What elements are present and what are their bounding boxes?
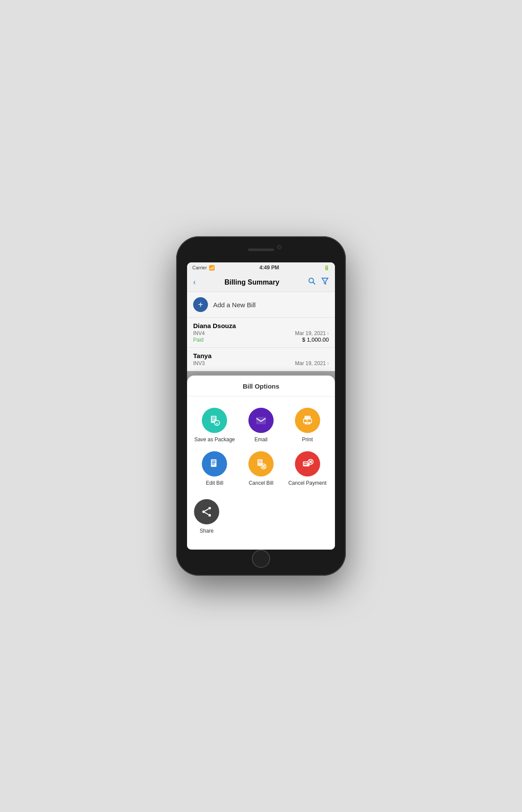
cancel-bill-label: Cancel Bill bbox=[249, 480, 274, 486]
edit-bill-button[interactable]: Edit Bill bbox=[191, 447, 238, 490]
nav-bar: ‹ Billing Summary bbox=[187, 273, 335, 292]
add-bill-label: Add a New Bill bbox=[213, 301, 256, 309]
battery-icon: 🔋 bbox=[324, 265, 330, 271]
print-label: Print bbox=[302, 436, 313, 443]
phone-home-button[interactable] bbox=[252, 550, 270, 568]
phone-camera bbox=[277, 245, 281, 249]
svg-marker-2 bbox=[322, 278, 328, 284]
status-carrier: Carrier 📶 bbox=[192, 265, 215, 271]
svg-rect-4 bbox=[212, 417, 215, 418]
bill-options-modal: Bill Options + Save as Pack bbox=[187, 376, 335, 550]
print-button[interactable]: Print bbox=[284, 403, 331, 447]
add-bill-icon: + bbox=[193, 297, 208, 312]
email-label: Email bbox=[254, 436, 268, 443]
modal-options-grid: + Save as Package Email bbox=[187, 396, 335, 495]
cancel-bill-button[interactable]: Cancel Bill bbox=[238, 447, 284, 490]
cancel-bill-icon-circle bbox=[248, 451, 274, 476]
svg-rect-15 bbox=[211, 460, 217, 467]
share-icon-circle bbox=[194, 499, 219, 524]
phone-frame: Carrier 📶 4:49 PM 🔋 ‹ Billing Summary bbox=[176, 236, 346, 576]
share-button[interactable]: Share bbox=[191, 495, 222, 538]
share-row: Share bbox=[187, 495, 335, 541]
svg-point-31 bbox=[208, 507, 211, 510]
svg-rect-13 bbox=[306, 423, 309, 423]
back-button[interactable]: ‹ bbox=[193, 278, 196, 287]
save-as-package-button[interactable]: + Save as Package bbox=[191, 403, 238, 447]
phone-screen: Carrier 📶 4:49 PM 🔋 ‹ Billing Summary bbox=[187, 262, 335, 550]
svg-text:+: + bbox=[216, 422, 218, 426]
nav-icons bbox=[308, 277, 329, 287]
svg-rect-20 bbox=[258, 460, 261, 461]
chevron-icon: › bbox=[327, 330, 329, 336]
status-battery: 🔋 bbox=[324, 265, 330, 271]
bill-date: Mar 19, 2021 › bbox=[295, 360, 329, 366]
phone-speaker bbox=[248, 248, 274, 251]
svg-rect-27 bbox=[304, 464, 307, 465]
bill-status: Paid bbox=[193, 337, 204, 343]
page-title: Billing Summary bbox=[224, 278, 279, 286]
bill-customer-name: Tanya bbox=[193, 352, 329, 359]
wifi-icon: 📶 bbox=[209, 265, 215, 271]
screen-content: + Add a New Bill Diana Dsouza INV4 Mar 1… bbox=[187, 292, 335, 371]
bill-item[interactable]: Tanya INV3 Mar 19, 2021 › bbox=[187, 348, 335, 371]
svg-rect-16 bbox=[212, 460, 215, 461]
bill-item[interactable]: Diana Dsouza INV4 Mar 19, 2021 › Paid $ … bbox=[187, 318, 335, 348]
cancel-payment-button[interactable]: Cancel Payment bbox=[284, 447, 331, 490]
svg-point-32 bbox=[202, 510, 205, 513]
bill-date: Mar 19, 2021 › bbox=[295, 330, 329, 336]
chevron-icon: › bbox=[327, 360, 329, 366]
svg-line-34 bbox=[205, 509, 209, 511]
svg-rect-18 bbox=[212, 463, 214, 464]
bill-invoice-number: INV4 bbox=[193, 330, 205, 336]
svg-rect-21 bbox=[258, 462, 261, 462]
svg-point-33 bbox=[208, 514, 211, 517]
svg-rect-17 bbox=[212, 462, 215, 463]
search-icon[interactable] bbox=[308, 277, 316, 287]
status-bar: Carrier 📶 4:49 PM 🔋 bbox=[187, 262, 335, 273]
bill-customer-name: Diana Dsouza bbox=[193, 322, 329, 329]
save-package-icon-circle: + bbox=[202, 408, 227, 433]
print-icon-circle bbox=[295, 408, 320, 433]
svg-point-0 bbox=[309, 278, 314, 283]
share-label: Share bbox=[200, 528, 214, 534]
bill-invoice-number: INV3 bbox=[193, 360, 205, 366]
svg-rect-6 bbox=[212, 420, 214, 421]
edit-bill-label: Edit Bill bbox=[206, 480, 223, 486]
cancel-payment-icon-circle bbox=[295, 451, 320, 476]
bill-amount: $ 1,000.00 bbox=[302, 336, 329, 343]
svg-rect-9 bbox=[256, 417, 265, 424]
svg-rect-14 bbox=[306, 420, 308, 421]
svg-line-35 bbox=[205, 513, 209, 515]
add-bill-row[interactable]: + Add a New Bill bbox=[187, 292, 335, 318]
email-button[interactable]: Email bbox=[238, 403, 284, 447]
edit-bill-icon-circle bbox=[202, 451, 227, 476]
cancel-payment-label: Cancel Payment bbox=[288, 480, 327, 486]
filter-icon[interactable] bbox=[321, 277, 329, 287]
svg-rect-5 bbox=[212, 418, 215, 419]
status-time: 4:49 PM bbox=[259, 265, 279, 271]
modal-title: Bill Options bbox=[187, 376, 335, 396]
svg-line-1 bbox=[313, 282, 315, 284]
email-icon-circle bbox=[248, 408, 274, 433]
save-package-label: Save as Package bbox=[194, 436, 235, 443]
